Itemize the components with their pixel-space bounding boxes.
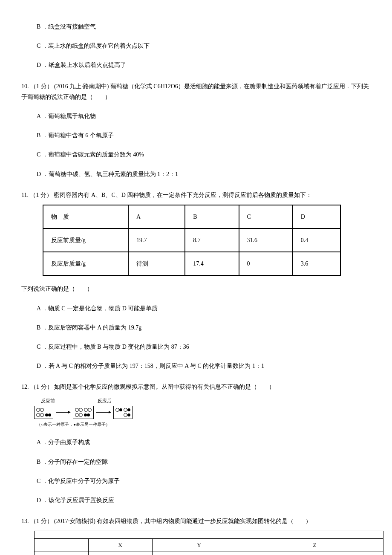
q10-option-c[interactable]: C ．葡萄糖中含碳元素的质量分数为 40%: [34, 148, 147, 161]
option-text: A ．葡萄糖属于氧化物: [37, 113, 96, 119]
label-before: 反应前: [41, 397, 55, 405]
cell: D: [293, 205, 340, 228]
q11-option-c[interactable]: C ．反应过程中，物质 B 与物质 D 变化的质量比为 87：36: [34, 341, 192, 353]
cell: Z: [246, 539, 383, 552]
molecule-icon: [84, 413, 92, 417]
q9-option-c[interactable]: C ．装上水的纸盒的温度在它的着火点以下: [34, 40, 152, 52]
cell: [35, 539, 89, 552]
option-text: B ．反应后密闭容器中 A 的质量为 19.7g: [37, 324, 141, 331]
cell: C: [239, 205, 293, 228]
cell: CuSO4: [246, 552, 383, 555]
label-after: 反应后: [98, 397, 112, 405]
molecule-icon: [75, 408, 83, 412]
q12-option-c[interactable]: C ．化学反应中分子可分为原子: [34, 475, 122, 487]
cell: B: [185, 205, 239, 228]
q11-stem: 11. （1 分） 密闭容器内有 A、B、C、D 四种物质，在一定条件下充分反应…: [21, 190, 371, 200]
q12-option-d[interactable]: D ．该化学反应属于置换反应: [34, 494, 117, 506]
cell: [35, 531, 383, 539]
option-text: B ．葡萄糖中含有 6 个氧原子: [37, 132, 114, 139]
cell: 8.7: [185, 228, 239, 252]
q10-option-d[interactable]: D ．葡萄糖中碳、氢、氧三种元素的质量比为 1：2：1: [34, 168, 181, 180]
option-text: D ．纸盒装上水以后着火点提高了: [37, 62, 126, 68]
q13-stem: 13. （1 分） (2017·安陆模拟) 有如表四组物质，其中组内物质间能通过…: [21, 516, 371, 526]
cell: 待测: [128, 252, 185, 275]
q12-diagram: 反应前 反应后 （○表示一种原子，●表示另一种原子）: [34, 397, 136, 429]
table-row: 物 质 A B C D: [43, 205, 340, 228]
molecule-icon: [124, 408, 130, 412]
q10-stem: 10. （1 分） (2016 九上·路南期中) 葡萄糖（化学式 C6H12O6…: [21, 81, 371, 102]
molecule-icon: [84, 408, 92, 412]
q9-option-b[interactable]: B ．纸盒没有接触空气: [34, 20, 98, 33]
table-row: ① Cu CuO CuSO4: [35, 552, 383, 555]
table-row: X Y Z: [35, 539, 383, 552]
arrow-icon: [56, 412, 70, 413]
option-text: B ．分子间存在一定的空隙: [37, 459, 108, 465]
cell: 反应前质量/g: [43, 228, 128, 252]
cell: 3.6: [293, 252, 340, 275]
option-text: C ．装上水的纸盒的温度在它的着火点以下: [37, 43, 150, 49]
q12-option-b[interactable]: B ．分子间存在一定的空隙: [34, 456, 110, 468]
option-text: B ．纸盒没有接触空气: [37, 23, 96, 30]
q12-stem: 12. （1 分） 如图是某个化学反应的微观模拟示意图。从图中获得的有关信息不正…: [21, 382, 371, 392]
diagram-legend: （○表示一种原子，●表示另一种原子）: [37, 421, 136, 428]
cell: 19.7: [128, 228, 185, 252]
cell: Y: [152, 539, 246, 552]
cell: 0: [239, 252, 293, 275]
option-text: D ．葡萄糖中碳、氢、氧三种元素的质量比为 1：2：1: [37, 171, 178, 177]
cell: CuO: [152, 552, 246, 555]
q11-data-table: 物 质 A B C D 反应前质量/g 19.7 8.7 31.6 0.4 反应…: [43, 205, 341, 276]
cell: 17.4: [185, 252, 239, 275]
q11-option-b[interactable]: B ．反应后密闭容器中 A 的质量为 19.7g: [34, 321, 144, 334]
cell: 反应后质量/g: [43, 252, 128, 275]
q12-option-a[interactable]: A ．分子由原子构成: [34, 436, 92, 448]
cell: 31.6: [239, 228, 293, 252]
cell: ①: [35, 552, 89, 555]
option-text: A ．分子由原子构成: [37, 439, 90, 445]
molecule-icon: [75, 413, 83, 417]
after-box: [113, 406, 133, 419]
option-text: D ．该化学反应属于置换反应: [37, 497, 114, 503]
molecule-icon: [124, 413, 130, 417]
molecule-icon: [45, 413, 51, 417]
option-text: C ．反应过程中，物质 B 与物质 D 变化的质量比为 87：36: [37, 344, 189, 350]
before-box-2: [73, 406, 94, 419]
q10-option-a[interactable]: A ．葡萄糖属于氧化物: [34, 110, 98, 122]
q13-table: X Y Z ① Cu CuO CuSO4: [34, 531, 383, 555]
table-row: 反应后质量/g 待测 17.4 0 3.6: [43, 252, 340, 275]
table-row: [35, 531, 383, 539]
cell: X: [88, 539, 152, 552]
cell: A: [128, 205, 185, 228]
molecule-icon: [36, 408, 44, 412]
before-box-1: [34, 406, 53, 419]
option-text: A ．物质 C 一定是化合物，物质 D 可能是单质: [37, 305, 158, 312]
q11-after: 下列说法正确的是（ ）: [21, 283, 371, 294]
arrow-icon: [96, 412, 111, 413]
table-row: 反应前质量/g 19.7 8.7 31.6 0.4: [43, 228, 340, 252]
cell: 0.4: [293, 228, 340, 252]
q9-option-d[interactable]: D ．纸盒装上水以后着火点提高了: [34, 59, 129, 71]
option-text: C ．葡萄糖中含碳元素的质量分数为 40%: [37, 151, 144, 158]
cell: 物 质: [43, 205, 128, 228]
molecule-icon: [36, 413, 44, 417]
cell: Cu: [88, 552, 152, 555]
q11-option-a[interactable]: A ．物质 C 一定是化合物，物质 D 可能是单质: [34, 302, 160, 315]
option-text: D ．若 A 与 C 的相对分子质量比为 197：158，则反应中 A 与 C …: [37, 363, 264, 369]
molecule-icon: [115, 408, 122, 412]
q11-option-d[interactable]: D ．若 A 与 C 的相对分子质量比为 197：158，则反应中 A 与 C …: [34, 360, 267, 372]
q10-option-b[interactable]: B ．葡萄糖中含有 6 个氧原子: [34, 129, 116, 142]
option-text: C ．化学反应中分子可分为原子: [37, 478, 120, 484]
